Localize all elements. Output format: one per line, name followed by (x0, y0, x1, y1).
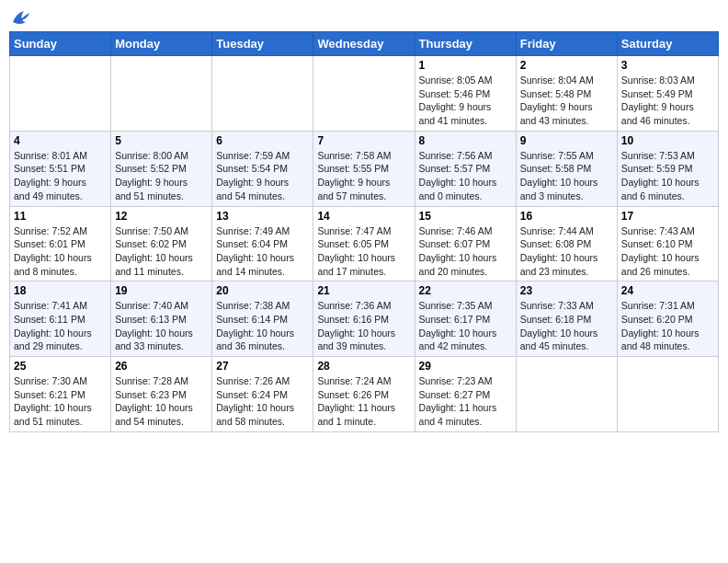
calendar-cell: 2Sunrise: 8:04 AMSunset: 5:48 PMDaylight… (516, 56, 617, 132)
day-number: 27 (216, 360, 309, 373)
day-number: 25 (14, 360, 107, 373)
col-header-wednesday: Wednesday (313, 32, 415, 56)
calendar-cell: 16Sunrise: 7:44 AMSunset: 6:08 PMDayligh… (516, 206, 617, 282)
calendar-cell: 7Sunrise: 7:58 AMSunset: 5:55 PMDaylight… (313, 131, 415, 206)
calendar-cell: 29Sunrise: 7:23 AMSunset: 6:27 PMDayligh… (415, 357, 516, 432)
day-number: 16 (520, 210, 613, 223)
day-info: Sunrise: 7:53 AMSunset: 5:59 PMDaylight:… (621, 149, 714, 203)
day-info: Sunrise: 8:04 AMSunset: 5:48 PMDaylight:… (520, 74, 613, 128)
day-info: Sunrise: 7:28 AMSunset: 6:23 PMDaylight:… (115, 374, 208, 429)
day-number: 11 (14, 210, 107, 223)
calendar-cell: 10Sunrise: 7:53 AMSunset: 5:59 PMDayligh… (617, 131, 718, 206)
calendar-cell (212, 56, 313, 132)
calendar-table: SundayMondayTuesdayWednesdayThursdayFrid… (9, 31, 719, 432)
day-info: Sunrise: 7:41 AMSunset: 6:11 PMDaylight:… (14, 299, 107, 353)
day-info: Sunrise: 7:47 AMSunset: 6:05 PMDaylight:… (317, 224, 410, 279)
day-number: 24 (621, 284, 714, 297)
calendar-header-row: SundayMondayTuesdayWednesdayThursdayFrid… (10, 32, 719, 56)
calendar-cell: 8Sunrise: 7:56 AMSunset: 5:57 PMDaylight… (415, 131, 516, 206)
day-number: 1 (419, 59, 512, 72)
calendar-cell (516, 357, 617, 432)
calendar-cell: 9Sunrise: 7:55 AMSunset: 5:58 PMDaylight… (516, 131, 617, 206)
calendar-cell: 5Sunrise: 8:00 AMSunset: 5:52 PMDaylight… (111, 131, 212, 206)
day-info: Sunrise: 7:44 AMSunset: 6:08 PMDaylight:… (520, 224, 613, 279)
day-number: 21 (317, 284, 410, 297)
day-number: 12 (115, 210, 208, 223)
day-info: Sunrise: 7:49 AMSunset: 6:04 PMDaylight:… (216, 224, 309, 279)
logo-container (9, 9, 31, 26)
calendar-week-row: 4Sunrise: 8:01 AMSunset: 5:51 PMDaylight… (10, 131, 719, 206)
col-header-friday: Friday (516, 32, 617, 56)
col-header-saturday: Saturday (617, 32, 718, 56)
day-number: 26 (115, 360, 208, 373)
logo (9, 9, 31, 26)
day-number: 19 (115, 284, 208, 297)
calendar-cell: 17Sunrise: 7:43 AMSunset: 6:10 PMDayligh… (617, 206, 718, 282)
calendar-cell (111, 56, 212, 132)
calendar-cell: 3Sunrise: 8:03 AMSunset: 5:49 PMDaylight… (617, 56, 718, 132)
day-info: Sunrise: 7:23 AMSunset: 6:27 PMDaylight:… (419, 374, 512, 429)
calendar-cell: 15Sunrise: 7:46 AMSunset: 6:07 PMDayligh… (415, 206, 516, 282)
day-number: 20 (216, 284, 309, 297)
day-info: Sunrise: 7:52 AMSunset: 6:01 PMDaylight:… (14, 224, 107, 279)
day-number: 28 (317, 360, 410, 373)
day-number: 23 (520, 284, 613, 297)
calendar-week-row: 25Sunrise: 7:30 AMSunset: 6:21 PMDayligh… (10, 357, 719, 432)
calendar-cell: 19Sunrise: 7:40 AMSunset: 6:13 PMDayligh… (111, 282, 212, 357)
day-number: 4 (14, 134, 107, 147)
day-info: Sunrise: 7:31 AMSunset: 6:20 PMDaylight:… (621, 299, 714, 353)
day-number: 15 (419, 210, 512, 223)
day-info: Sunrise: 8:00 AMSunset: 5:52 PMDaylight:… (115, 149, 208, 203)
calendar-cell: 23Sunrise: 7:33 AMSunset: 6:18 PMDayligh… (516, 282, 617, 357)
page-header (9, 9, 719, 26)
col-header-monday: Monday (111, 32, 212, 56)
calendar-week-row: 11Sunrise: 7:52 AMSunset: 6:01 PMDayligh… (10, 206, 719, 282)
day-info: Sunrise: 7:56 AMSunset: 5:57 PMDaylight:… (419, 149, 512, 203)
calendar-cell: 28Sunrise: 7:24 AMSunset: 6:26 PMDayligh… (313, 357, 415, 432)
calendar-cell: 22Sunrise: 7:35 AMSunset: 6:17 PMDayligh… (415, 282, 516, 357)
col-header-tuesday: Tuesday (212, 32, 313, 56)
calendar-cell: 12Sunrise: 7:50 AMSunset: 6:02 PMDayligh… (111, 206, 212, 282)
calendar-week-row: 18Sunrise: 7:41 AMSunset: 6:11 PMDayligh… (10, 282, 719, 357)
calendar-cell: 21Sunrise: 7:36 AMSunset: 6:16 PMDayligh… (313, 282, 415, 357)
calendar-cell: 26Sunrise: 7:28 AMSunset: 6:23 PMDayligh… (111, 357, 212, 432)
day-info: Sunrise: 7:36 AMSunset: 6:16 PMDaylight:… (317, 299, 410, 353)
day-info: Sunrise: 7:33 AMSunset: 6:18 PMDaylight:… (520, 299, 613, 353)
calendar-cell: 27Sunrise: 7:26 AMSunset: 6:24 PMDayligh… (212, 357, 313, 432)
day-info: Sunrise: 7:35 AMSunset: 6:17 PMDaylight:… (419, 299, 512, 353)
day-info: Sunrise: 7:43 AMSunset: 6:10 PMDaylight:… (621, 224, 714, 279)
day-info: Sunrise: 7:55 AMSunset: 5:58 PMDaylight:… (520, 149, 613, 203)
day-info: Sunrise: 7:38 AMSunset: 6:14 PMDaylight:… (216, 299, 309, 353)
day-number: 13 (216, 210, 309, 223)
day-number: 5 (115, 134, 208, 147)
col-header-sunday: Sunday (10, 32, 111, 56)
day-number: 9 (520, 134, 613, 147)
day-info: Sunrise: 7:24 AMSunset: 6:26 PMDaylight:… (317, 374, 410, 429)
day-number: 6 (216, 134, 309, 147)
day-info: Sunrise: 7:30 AMSunset: 6:21 PMDaylight:… (14, 374, 107, 429)
day-number: 18 (14, 284, 107, 297)
calendar-cell: 4Sunrise: 8:01 AMSunset: 5:51 PMDaylight… (10, 131, 111, 206)
calendar-cell: 11Sunrise: 7:52 AMSunset: 6:01 PMDayligh… (10, 206, 111, 282)
calendar-cell: 14Sunrise: 7:47 AMSunset: 6:05 PMDayligh… (313, 206, 415, 282)
day-number: 8 (419, 134, 512, 147)
day-number: 22 (419, 284, 512, 297)
calendar-cell (10, 56, 111, 132)
day-number: 17 (621, 210, 714, 223)
calendar-cell (617, 357, 718, 432)
day-number: 3 (621, 59, 714, 72)
calendar-cell: 1Sunrise: 8:05 AMSunset: 5:46 PMDaylight… (415, 56, 516, 132)
day-info: Sunrise: 8:03 AMSunset: 5:49 PMDaylight:… (621, 74, 714, 128)
day-number: 7 (317, 134, 410, 147)
day-info: Sunrise: 7:50 AMSunset: 6:02 PMDaylight:… (115, 224, 208, 279)
calendar-week-row: 1Sunrise: 8:05 AMSunset: 5:46 PMDaylight… (10, 56, 719, 132)
day-number: 14 (317, 210, 410, 223)
calendar-cell: 20Sunrise: 7:38 AMSunset: 6:14 PMDayligh… (212, 282, 313, 357)
day-info: Sunrise: 8:05 AMSunset: 5:46 PMDaylight:… (419, 74, 512, 128)
day-info: Sunrise: 7:40 AMSunset: 6:13 PMDaylight:… (115, 299, 208, 353)
day-number: 29 (419, 360, 512, 373)
day-info: Sunrise: 7:46 AMSunset: 6:07 PMDaylight:… (419, 224, 512, 279)
calendar-cell: 13Sunrise: 7:49 AMSunset: 6:04 PMDayligh… (212, 206, 313, 282)
calendar-cell: 18Sunrise: 7:41 AMSunset: 6:11 PMDayligh… (10, 282, 111, 357)
calendar-cell: 6Sunrise: 7:59 AMSunset: 5:54 PMDaylight… (212, 131, 313, 206)
